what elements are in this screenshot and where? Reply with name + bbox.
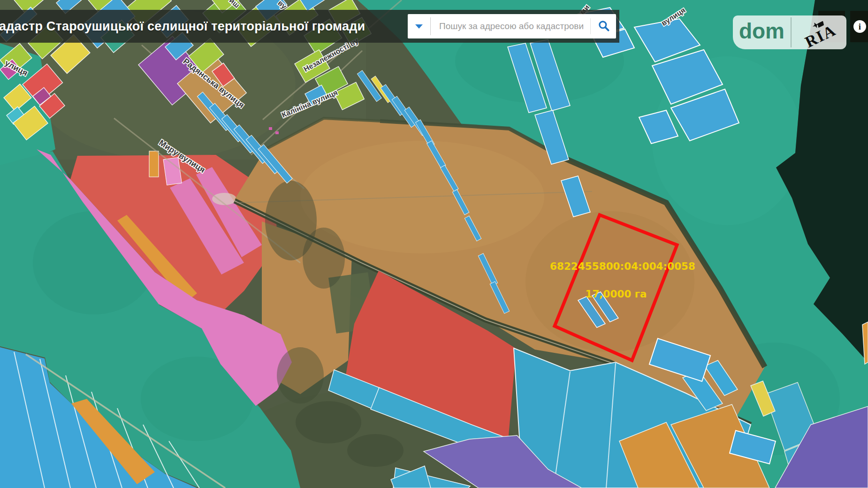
dom-logo-text: dom — [739, 20, 784, 45]
dom-logo: dom — [733, 15, 791, 49]
chevron-down-icon — [415, 24, 423, 29]
search-input[interactable] — [431, 14, 590, 38]
cadastre-map-app: 6822455800:04:004:0058 17,0000 га Радянс… — [0, 0, 868, 488]
dom-ria-logo[interactable]: dom RIA — [733, 15, 846, 49]
ria-logo: RIA — [792, 15, 846, 49]
search-button[interactable] — [591, 14, 616, 38]
info-button[interactable]: i — [850, 11, 868, 42]
page-title: адастр Староушицької селищної територіал… — [0, 19, 365, 34]
search-category-dropdown[interactable] — [408, 14, 430, 38]
magnifier-icon — [597, 19, 610, 33]
parcel-cadastral-number: 6822455800:04:004:0058 — [550, 260, 695, 272]
cadastre-map[interactable]: 6822455800:04:004:0058 17,0000 га Радянс… — [0, 0, 868, 488]
info-icon: i — [853, 20, 866, 33]
search-box — [408, 14, 616, 38]
parcel-area-label: 17,0000 га — [585, 288, 647, 300]
